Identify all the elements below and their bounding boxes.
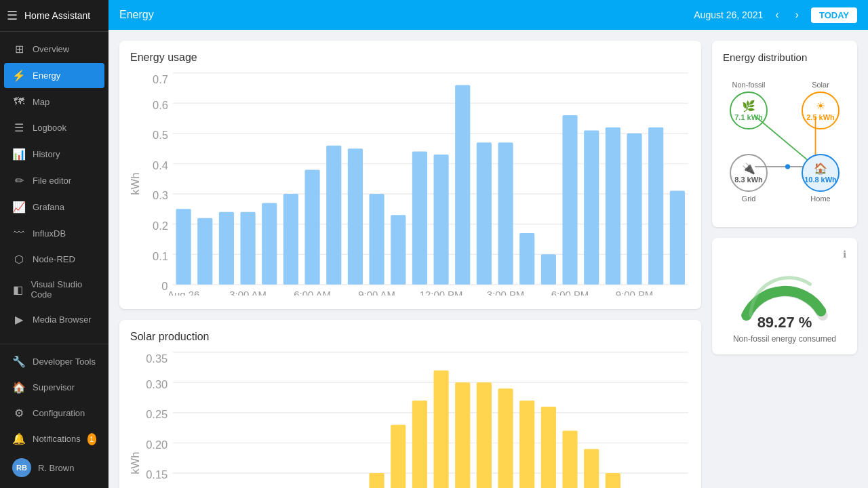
history-label: History bbox=[33, 149, 60, 159]
file-editor-icon: ✏ bbox=[12, 174, 26, 187]
energy-usage-card: Energy usage 0 0.1 0.2 0.3 0.4 0.5 0.6 0… bbox=[119, 41, 701, 309]
sidebar-item-node-red[interactable]: ⬡Node-RED bbox=[4, 247, 104, 272]
file-editor-label: File editor bbox=[33, 176, 71, 186]
svg-text:0.25: 0.25 bbox=[146, 409, 167, 421]
sidebar-header: ☰ Home Assistant bbox=[0, 0, 108, 32]
svg-rect-45 bbox=[627, 134, 642, 285]
today-button[interactable]: TODAY bbox=[811, 7, 857, 23]
sidebar-item-history[interactable]: 📊History bbox=[4, 142, 104, 167]
energy-icon: ⚡ bbox=[12, 69, 26, 82]
sidebar-item-supervisor[interactable]: 🏠Supervisor bbox=[4, 375, 104, 400]
svg-text:0.4: 0.4 bbox=[153, 159, 168, 171]
configuration-icon: ⚙ bbox=[12, 407, 26, 420]
prev-date-button[interactable]: ‹ bbox=[771, 7, 783, 22]
svg-rect-32 bbox=[412, 152, 427, 285]
sidebar-item-vscode[interactable]: ◧Visual Studio Code bbox=[4, 273, 104, 306]
sidebar-item-map[interactable]: 🗺Map bbox=[4, 89, 104, 114]
svg-rect-27 bbox=[326, 146, 341, 285]
main-column: Energy usage 0 0.1 0.2 0.3 0.4 0.5 0.6 0… bbox=[108, 30, 712, 488]
svg-text:12:00 PM: 12:00 PM bbox=[420, 289, 463, 296]
energy-distribution-card: Energy distribution bbox=[712, 41, 857, 227]
svg-rect-35 bbox=[455, 85, 470, 284]
svg-text:kWh: kWh bbox=[130, 452, 141, 474]
sidebar-item-logbook[interactable]: ☰Logbook bbox=[4, 115, 104, 140]
configuration-label: Configuration bbox=[33, 408, 85, 418]
next-date-button[interactable]: › bbox=[791, 7, 803, 22]
svg-rect-48 bbox=[670, 191, 685, 285]
grid-value: 8.3 kWh bbox=[734, 176, 763, 184]
svg-rect-19 bbox=[197, 218, 212, 285]
supervisor-label: Supervisor bbox=[33, 382, 75, 392]
supervisor-icon: 🏠 bbox=[12, 381, 26, 394]
energy-distribution-title: Energy distribution bbox=[723, 52, 846, 63]
sidebar-item-grafana[interactable]: 📈Grafana bbox=[4, 195, 104, 220]
sidebar-item-influxdb[interactable]: 〰InfluxDB bbox=[4, 221, 104, 245]
svg-text:3:00 AM: 3:00 AM bbox=[229, 289, 267, 296]
media-browser-icon: ▶ bbox=[12, 313, 26, 326]
distribution-diagram: Non-fossil 🌿 7.1 kWh Solar ☀ 2.5 kWh bbox=[723, 74, 846, 216]
sidebar-title: Home Assistant bbox=[24, 10, 90, 21]
svg-rect-43 bbox=[584, 130, 599, 284]
sidebar-item-developer-tools[interactable]: 🔧Developer Tools bbox=[4, 349, 104, 374]
svg-rect-25 bbox=[305, 169, 320, 284]
solar-label: Solar bbox=[812, 81, 829, 89]
svg-rect-86 bbox=[498, 389, 513, 488]
svg-rect-28 bbox=[348, 148, 363, 285]
svg-rect-84 bbox=[455, 383, 470, 488]
svg-rect-47 bbox=[648, 127, 663, 285]
overview-icon: ⊞ bbox=[12, 43, 26, 56]
notifications-label: Notifications bbox=[33, 434, 81, 444]
user-item[interactable]: RB R. Brown bbox=[4, 452, 104, 483]
topbar: Energy August 26, 2021 ‹ › TODAY bbox=[108, 0, 868, 30]
svg-rect-21 bbox=[241, 212, 256, 285]
grid-node: 🔌 8.3 kWh Grid bbox=[730, 154, 768, 203]
map-icon: 🗺 bbox=[12, 96, 26, 108]
svg-rect-80 bbox=[391, 425, 406, 488]
nonfossil-node: Non-fossil 🌿 7.1 kWh bbox=[730, 81, 768, 129]
svg-rect-29 bbox=[369, 194, 384, 285]
notifications-icon: 🔔 bbox=[12, 432, 26, 445]
map-label: Map bbox=[33, 97, 50, 107]
sidebar-item-file-editor[interactable]: ✏File editor bbox=[4, 168, 104, 193]
svg-text:0.5: 0.5 bbox=[153, 129, 168, 141]
gauge-info-button[interactable]: ℹ bbox=[843, 249, 846, 260]
svg-text:0.35: 0.35 bbox=[146, 352, 167, 365]
svg-rect-23 bbox=[262, 203, 277, 284]
svg-text:kWh: kWh bbox=[130, 173, 141, 195]
sidebar-nav: ⊞Overview⚡Energy🗺Map☰Logbook📊History✏Fil… bbox=[0, 32, 108, 344]
svg-text:9:00 AM: 9:00 AM bbox=[358, 289, 395, 296]
main: Energy August 26, 2021 ‹ › TODAY Energy … bbox=[108, 0, 868, 488]
svg-rect-37 bbox=[498, 142, 513, 285]
svg-rect-40 bbox=[541, 254, 556, 285]
vscode-icon: ◧ bbox=[12, 283, 24, 296]
svg-text:0.20: 0.20 bbox=[146, 439, 167, 451]
menu-icon[interactable]: ☰ bbox=[7, 8, 18, 23]
svg-rect-89 bbox=[541, 407, 556, 488]
notifications-item[interactable]: 🔔 Notifications 1 bbox=[4, 426, 104, 451]
energy-usage-title: Energy usage bbox=[130, 52, 690, 64]
svg-rect-88 bbox=[519, 401, 534, 488]
sidebar-item-media-browser[interactable]: ▶Media Browser bbox=[4, 307, 104, 332]
svg-rect-92 bbox=[584, 449, 599, 488]
svg-rect-39 bbox=[519, 233, 534, 285]
media-browser-label: Media Browser bbox=[33, 314, 92, 325]
svg-rect-36 bbox=[477, 142, 492, 285]
solar-production-title: Solar production bbox=[130, 331, 690, 343]
sidebar: ☰ Home Assistant ⊞Overview⚡Energy🗺Map☰Lo… bbox=[0, 0, 108, 488]
solar-production-svg: 0 0.05 0.10 0.15 0.20 0.25 0.30 0.35 bbox=[130, 351, 690, 488]
svg-rect-20 bbox=[219, 212, 234, 285]
sidebar-item-energy[interactable]: ⚡Energy bbox=[4, 63, 104, 88]
svg-rect-31 bbox=[391, 215, 406, 285]
page-title: Energy bbox=[119, 9, 686, 21]
content-area: Energy usage 0 0.1 0.2 0.3 0.4 0.5 0.6 0… bbox=[108, 30, 868, 488]
sidebar-item-configuration[interactable]: ⚙Configuration bbox=[4, 401, 104, 426]
svg-rect-81 bbox=[412, 401, 427, 488]
svg-text:0.15: 0.15 bbox=[146, 469, 167, 481]
grafana-icon: 📈 bbox=[12, 201, 26, 214]
sidebar-item-overview[interactable]: ⊞Overview bbox=[4, 37, 104, 62]
svg-rect-85 bbox=[477, 383, 492, 488]
svg-rect-24 bbox=[283, 194, 298, 285]
gauge-subtitle: Non-fossil energy consumed bbox=[733, 334, 836, 344]
nonfossil-label: Non-fossil bbox=[732, 81, 766, 89]
svg-text:0.1: 0.1 bbox=[153, 250, 168, 262]
